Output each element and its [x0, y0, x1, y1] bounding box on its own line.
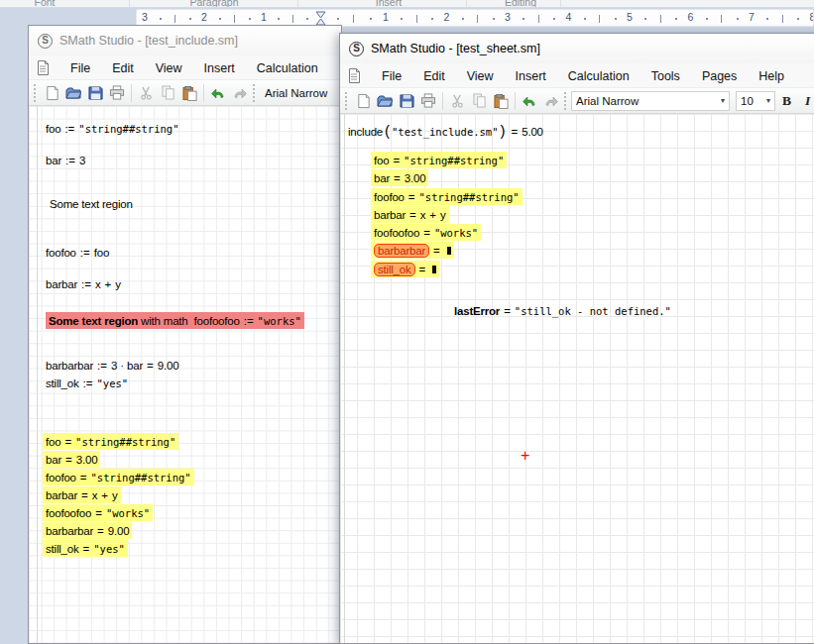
ruler-tick: [234, 15, 235, 23]
open-button[interactable]: [62, 82, 84, 104]
ruler-number: 7: [749, 11, 755, 23]
redo-button[interactable]: [229, 82, 251, 104]
redo-button[interactable]: [540, 90, 562, 112]
document-icon[interactable]: [37, 60, 50, 75]
worksheet-canvas[interactable]: foo:="string##string"bar:=3Some text reg…: [29, 106, 341, 643]
math-region[interactable]: barbar:=x+y: [43, 275, 124, 292]
expr-part: "still_ok - not defined.": [515, 305, 671, 317]
menu-edit[interactable]: Edit: [101, 58, 145, 78]
worksheet-canvas[interactable]: + include("test_include.sm")=5.00foo="st…: [340, 114, 814, 643]
text-region[interactable]: Some text region: [47, 195, 136, 212]
menu-insert[interactable]: Insert: [193, 58, 246, 78]
math-region[interactable]: bar:=3: [43, 152, 88, 168]
copy-button[interactable]: [468, 90, 490, 112]
math-region[interactable]: foo="string##string": [371, 152, 507, 168]
expr-part: +: [105, 278, 112, 290]
print-button[interactable]: [417, 90, 439, 112]
save-button[interactable]: [396, 90, 417, 112]
error-region[interactable]: still_ok=: [371, 261, 439, 277]
smath-logo-icon: S: [349, 42, 364, 56]
expr-part: y: [115, 278, 121, 290]
ruler-tick: [160, 18, 162, 20]
menu-edit[interactable]: Edit: [412, 66, 456, 86]
math-region[interactable]: foofoo="string##string": [43, 469, 194, 485]
ruler-tick: [782, 15, 783, 23]
open-button[interactable]: [374, 90, 396, 112]
math-region[interactable]: bar=3.00: [43, 451, 100, 468]
print-button[interactable]: [106, 82, 128, 104]
ribbon-separator: [560, 0, 561, 8]
error-region[interactable]: barbarbar=: [371, 242, 454, 259]
paste-button[interactable]: [178, 82, 200, 104]
math-region[interactable]: foofoo:=foo: [43, 244, 112, 261]
math-region[interactable]: barbarbar=9.00: [43, 522, 132, 539]
undo-button[interactable]: [519, 90, 540, 112]
menu-help[interactable]: Help: [748, 66, 795, 86]
indent-marker-icon[interactable]: [315, 11, 326, 26]
ruler-number: 2: [201, 11, 207, 23]
paste-button[interactable]: [490, 90, 512, 112]
new-sheet-button[interactable]: [352, 90, 374, 112]
math-region[interactable]: bar=3.00: [371, 169, 428, 186]
math-region[interactable]: barbarbar:=3·bar=9.00: [43, 357, 181, 374]
toolbar-grip[interactable]: [34, 84, 37, 102]
expr-part: still_ok: [46, 543, 79, 555]
menu-tools[interactable]: Tools: [640, 66, 691, 86]
font-name-value: Arial Narrow: [576, 95, 639, 107]
math-region[interactable]: barbar=x+y: [43, 486, 121, 503]
menu-calculation[interactable]: Calculation: [246, 58, 329, 78]
cut-button[interactable]: [135, 82, 157, 104]
menu-view[interactable]: View: [456, 66, 505, 86]
font-size-combo[interactable]: 10 ▾: [736, 91, 775, 111]
bold-button[interactable]: B: [775, 93, 798, 109]
undo-button[interactable]: [207, 82, 229, 104]
font-name-combo[interactable]: Arial Narrow: [260, 87, 327, 99]
menu-calculation[interactable]: Calculation: [557, 66, 640, 86]
titlebar[interactable]: S SMath Studio - [test_sheet.sm]: [340, 34, 814, 63]
ruler-number: 5: [627, 11, 633, 23]
document-icon[interactable]: [348, 68, 361, 83]
math-region[interactable]: foo="string##string": [43, 433, 178, 450]
ruler-tick: [766, 18, 768, 20]
math-region[interactable]: foo:="string##string": [43, 120, 181, 137]
expr-part: =: [504, 305, 511, 317]
menu-file[interactable]: File: [371, 66, 412, 86]
expr-part: =: [394, 172, 401, 184]
ruler-tick: [797, 18, 799, 20]
expr-part: include: [348, 126, 383, 138]
titlebar[interactable]: S SMath Studio - [test_include.sm]: [29, 26, 341, 55]
math-region[interactable]: still_ok="yes": [43, 540, 128, 557]
ruler-tick: [306, 18, 308, 20]
menu-file[interactable]: File: [59, 58, 101, 78]
math-region[interactable]: foofoo="string##string": [371, 188, 523, 205]
font-name-combo[interactable]: Arial Narrow ▾: [571, 91, 730, 111]
toolbar-grip[interactable]: [564, 92, 567, 110]
new-sheet-button[interactable]: [41, 82, 62, 104]
expr-part: "string##string": [419, 191, 520, 203]
ruler-tick: [337, 18, 339, 20]
toolbar-grip[interactable]: [253, 84, 256, 102]
cut-button[interactable]: [446, 90, 468, 112]
menu-view[interactable]: View: [145, 58, 193, 78]
expr-part: :=: [244, 315, 254, 327]
ruler-tick: [706, 18, 708, 20]
expr-part: =: [408, 191, 415, 203]
math-region[interactable]: lastError="still_ok - not defined.": [451, 302, 674, 319]
menu-pages[interactable]: Pages: [691, 66, 748, 86]
math-region[interactable]: foofoofoo="works": [371, 224, 481, 241]
math-region[interactable]: still_ok:="yes": [43, 375, 131, 391]
expr-part: :=: [81, 278, 91, 290]
text-region[interactable]: Some text region with math foofoofoo:="w…: [46, 312, 304, 329]
window-test-include: S SMath Studio - [test_include.sm] FileE…: [28, 25, 342, 644]
menu-insert[interactable]: Insert: [505, 66, 557, 86]
toolbar-grip[interactable]: [345, 92, 348, 110]
ruler-number: 1: [383, 11, 389, 23]
math-region[interactable]: include("test_include.sm")=5.00: [345, 123, 546, 140]
copy-button[interactable]: [157, 82, 178, 104]
italic-button[interactable]: I: [798, 93, 814, 109]
math-region[interactable]: foofoofoo="works": [43, 504, 153, 521]
expr-part: +: [101, 489, 108, 501]
save-button[interactable]: [84, 82, 106, 104]
math-region[interactable]: barbar=x+y: [371, 206, 449, 223]
toolbar-separator: [203, 84, 204, 102]
